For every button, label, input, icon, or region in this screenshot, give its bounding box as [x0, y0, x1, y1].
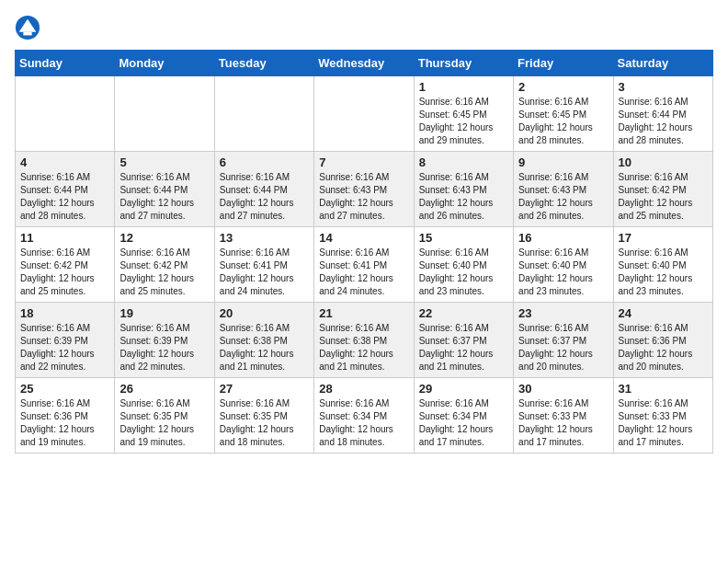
- calendar-day-9: 9Sunrise: 6:16 AM Sunset: 6:43 PM Daylig…: [514, 152, 613, 227]
- calendar-day-25: 25Sunrise: 6:16 AM Sunset: 6:36 PM Dayli…: [16, 378, 115, 454]
- calendar-day-17: 17Sunrise: 6:16 AM Sunset: 6:40 PM Dayli…: [613, 227, 712, 303]
- calendar-week-row: 1Sunrise: 6:16 AM Sunset: 6:45 PM Daylig…: [16, 76, 713, 152]
- day-info: Sunrise: 6:16 AM Sunset: 6:37 PM Dayligh…: [419, 322, 508, 373]
- day-info: Sunrise: 6:16 AM Sunset: 6:42 PM Dayligh…: [119, 247, 209, 298]
- day-info: Sunrise: 6:16 AM Sunset: 6:36 PM Dayligh…: [20, 397, 109, 449]
- calendar-day-29: 29Sunrise: 6:16 AM Sunset: 6:34 PM Dayli…: [414, 378, 513, 454]
- day-info: Sunrise: 6:16 AM Sunset: 6:36 PM Dayligh…: [619, 322, 708, 373]
- day-info: Sunrise: 6:16 AM Sunset: 6:39 PM Dayligh…: [20, 322, 109, 373]
- header-tuesday: Tuesday: [214, 51, 313, 76]
- day-number: 13: [220, 231, 309, 245]
- day-number: 7: [319, 155, 408, 169]
- day-info: Sunrise: 6:16 AM Sunset: 6:43 PM Dayligh…: [419, 171, 508, 223]
- day-info: Sunrise: 6:16 AM Sunset: 6:38 PM Dayligh…: [319, 322, 408, 373]
- day-number: 11: [20, 231, 109, 245]
- calendar-day-22: 22Sunrise: 6:16 AM Sunset: 6:37 PM Dayli…: [414, 303, 513, 378]
- calendar-day-19: 19Sunrise: 6:16 AM Sunset: 6:39 PM Dayli…: [115, 303, 214, 378]
- calendar-day-23: 23Sunrise: 6:16 AM Sunset: 6:37 PM Dayli…: [514, 303, 613, 378]
- calendar-day-24: 24Sunrise: 6:16 AM Sunset: 6:36 PM Dayli…: [613, 303, 712, 378]
- calendar-day-31: 31Sunrise: 6:16 AM Sunset: 6:33 PM Dayli…: [613, 378, 712, 454]
- day-info: Sunrise: 6:16 AM Sunset: 6:44 PM Dayligh…: [119, 171, 209, 223]
- day-number: 30: [518, 382, 608, 396]
- header-thursday: Thursday: [414, 51, 513, 76]
- day-number: 2: [518, 80, 608, 94]
- calendar-table: SundayMondayTuesdayWednesdayThursdayFrid…: [15, 50, 713, 454]
- day-number: 1: [419, 80, 508, 94]
- calendar-day-18: 18Sunrise: 6:16 AM Sunset: 6:39 PM Dayli…: [16, 303, 115, 378]
- header-saturday: Saturday: [613, 51, 712, 76]
- calendar-day-11: 11Sunrise: 6:16 AM Sunset: 6:42 PM Dayli…: [16, 227, 115, 303]
- calendar-day-13: 13Sunrise: 6:16 AM Sunset: 6:41 PM Dayli…: [214, 227, 313, 303]
- day-info: Sunrise: 6:16 AM Sunset: 6:40 PM Dayligh…: [619, 247, 708, 298]
- day-number: 31: [619, 382, 708, 396]
- calendar-day-2: 2Sunrise: 6:16 AM Sunset: 6:45 PM Daylig…: [514, 76, 613, 152]
- day-number: 29: [419, 382, 508, 396]
- calendar-day-5: 5Sunrise: 6:16 AM Sunset: 6:44 PM Daylig…: [115, 152, 214, 227]
- day-number: 3: [619, 80, 708, 94]
- day-info: Sunrise: 6:16 AM Sunset: 6:42 PM Dayligh…: [20, 247, 109, 298]
- day-info: Sunrise: 6:16 AM Sunset: 6:44 PM Dayligh…: [220, 171, 309, 223]
- day-number: 18: [20, 306, 109, 320]
- day-number: 25: [20, 382, 109, 396]
- calendar-week-row: 4Sunrise: 6:16 AM Sunset: 6:44 PM Daylig…: [16, 152, 713, 227]
- calendar-day-6: 6Sunrise: 6:16 AM Sunset: 6:44 PM Daylig…: [214, 152, 313, 227]
- day-info: Sunrise: 6:16 AM Sunset: 6:34 PM Dayligh…: [419, 397, 508, 449]
- day-number: 16: [518, 231, 608, 245]
- calendar-day-16: 16Sunrise: 6:16 AM Sunset: 6:40 PM Dayli…: [514, 227, 613, 303]
- day-info: Sunrise: 6:16 AM Sunset: 6:38 PM Dayligh…: [220, 322, 309, 373]
- day-number: 22: [419, 306, 508, 320]
- calendar-day-26: 26Sunrise: 6:16 AM Sunset: 6:35 PM Dayli…: [115, 378, 214, 454]
- calendar-day-7: 7Sunrise: 6:16 AM Sunset: 6:43 PM Daylig…: [314, 152, 414, 227]
- empty-cell: [314, 76, 414, 152]
- empty-cell: [115, 76, 214, 152]
- calendar-week-row: 18Sunrise: 6:16 AM Sunset: 6:39 PM Dayli…: [16, 303, 713, 378]
- day-number: 27: [220, 382, 309, 396]
- day-info: Sunrise: 6:16 AM Sunset: 6:33 PM Dayligh…: [518, 397, 608, 449]
- day-number: 26: [119, 382, 209, 396]
- calendar-day-21: 21Sunrise: 6:16 AM Sunset: 6:38 PM Dayli…: [314, 303, 414, 378]
- day-number: 23: [518, 306, 608, 320]
- calendar-day-12: 12Sunrise: 6:16 AM Sunset: 6:42 PM Dayli…: [115, 227, 214, 303]
- day-info: Sunrise: 6:16 AM Sunset: 6:44 PM Dayligh…: [20, 171, 109, 223]
- svg-rect-2: [23, 32, 31, 36]
- day-number: 6: [220, 155, 309, 169]
- header-sunday: Sunday: [16, 51, 115, 76]
- empty-cell: [16, 76, 115, 152]
- calendar-day-15: 15Sunrise: 6:16 AM Sunset: 6:40 PM Dayli…: [414, 227, 513, 303]
- day-number: 24: [619, 306, 708, 320]
- calendar-day-14: 14Sunrise: 6:16 AM Sunset: 6:41 PM Dayli…: [314, 227, 414, 303]
- day-number: 28: [319, 382, 408, 396]
- day-info: Sunrise: 6:16 AM Sunset: 6:43 PM Dayligh…: [518, 171, 608, 223]
- day-number: 17: [619, 231, 708, 245]
- day-info: Sunrise: 6:16 AM Sunset: 6:42 PM Dayligh…: [619, 171, 708, 223]
- calendar-day-10: 10Sunrise: 6:16 AM Sunset: 6:42 PM Dayli…: [613, 152, 712, 227]
- calendar-week-row: 25Sunrise: 6:16 AM Sunset: 6:36 PM Dayli…: [16, 378, 713, 454]
- calendar-week-row: 11Sunrise: 6:16 AM Sunset: 6:42 PM Dayli…: [16, 227, 713, 303]
- day-info: Sunrise: 6:16 AM Sunset: 6:37 PM Dayligh…: [518, 322, 608, 373]
- day-info: Sunrise: 6:16 AM Sunset: 6:41 PM Dayligh…: [319, 247, 408, 298]
- calendar-day-1: 1Sunrise: 6:16 AM Sunset: 6:45 PM Daylig…: [414, 76, 513, 152]
- day-number: 9: [518, 155, 608, 169]
- day-info: Sunrise: 6:16 AM Sunset: 6:44 PM Dayligh…: [619, 96, 708, 147]
- day-number: 12: [119, 231, 209, 245]
- calendar-header-row: SundayMondayTuesdayWednesdayThursdayFrid…: [16, 51, 713, 76]
- day-number: 20: [220, 306, 309, 320]
- day-number: 8: [419, 155, 508, 169]
- calendar-day-27: 27Sunrise: 6:16 AM Sunset: 6:35 PM Dayli…: [214, 378, 313, 454]
- logo-icon: [15, 15, 40, 40]
- day-info: Sunrise: 6:16 AM Sunset: 6:33 PM Dayligh…: [619, 397, 708, 449]
- header-friday: Friday: [514, 51, 613, 76]
- header-monday: Monday: [115, 51, 214, 76]
- empty-cell: [214, 76, 313, 152]
- calendar-day-3: 3Sunrise: 6:16 AM Sunset: 6:44 PM Daylig…: [613, 76, 712, 152]
- day-number: 14: [319, 231, 408, 245]
- day-number: 21: [319, 306, 408, 320]
- logo: [15, 15, 42, 40]
- day-number: 5: [119, 155, 209, 169]
- day-number: 10: [619, 155, 708, 169]
- day-info: Sunrise: 6:16 AM Sunset: 6:39 PM Dayligh…: [119, 322, 209, 373]
- day-info: Sunrise: 6:16 AM Sunset: 6:45 PM Dayligh…: [518, 96, 608, 147]
- calendar-day-20: 20Sunrise: 6:16 AM Sunset: 6:38 PM Dayli…: [214, 303, 313, 378]
- header-wednesday: Wednesday: [314, 51, 414, 76]
- calendar-day-30: 30Sunrise: 6:16 AM Sunset: 6:33 PM Dayli…: [514, 378, 613, 454]
